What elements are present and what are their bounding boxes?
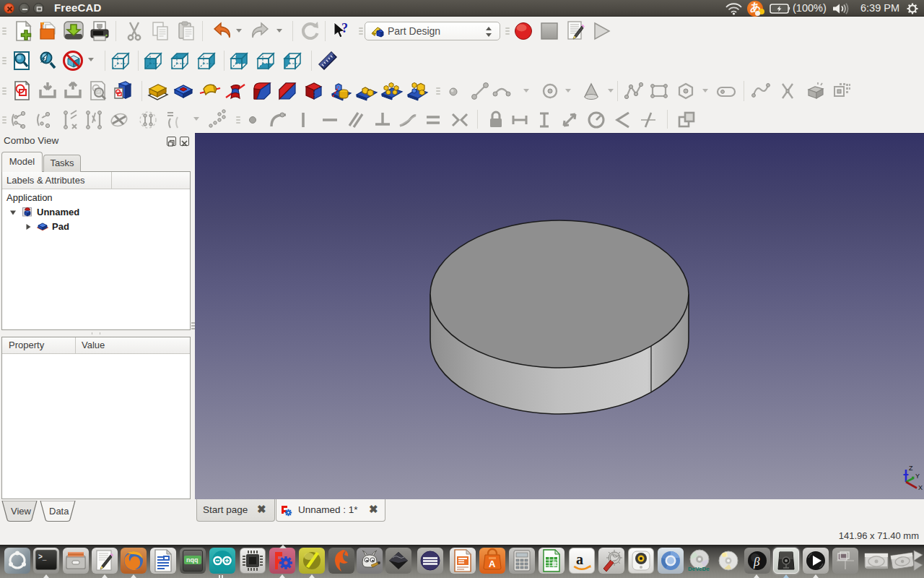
svg-text:X: X [918, 484, 923, 491]
svg-text:Data: Data [49, 506, 69, 517]
svg-text:Z: Z [909, 465, 913, 472]
svg-text:β: β [753, 555, 760, 569]
svg-text:View: View [11, 506, 32, 517]
svg-text:DeVeDe: DeVeDe [688, 566, 710, 572]
svg-text:?: ? [341, 21, 348, 35]
svg-text:Y: Y [915, 473, 920, 480]
svg-text:a: a [576, 551, 583, 567]
svg-text:A: A [489, 558, 496, 569]
